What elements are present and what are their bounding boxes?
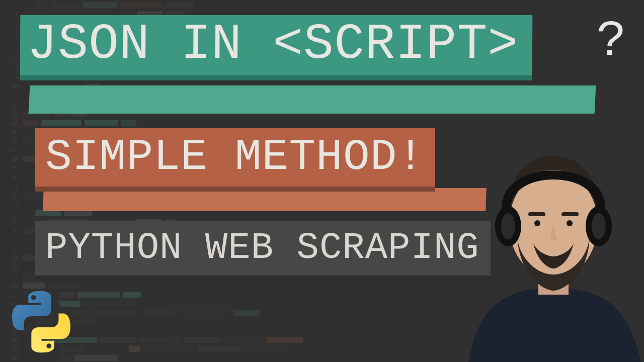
heading-json-in-script: JSON IN <SCRIPT> bbox=[20, 15, 533, 80]
svg-point-9 bbox=[592, 213, 606, 239]
heading-python-web-scraping: PYTHON WEB SCRAPING bbox=[35, 221, 491, 280]
heading-green-shadow bbox=[29, 85, 596, 114]
svg-rect-3 bbox=[561, 212, 579, 216]
svg-point-4 bbox=[534, 220, 540, 226]
svg-point-8 bbox=[501, 213, 515, 239]
heading-simple-method: SIMPLE METHOD! bbox=[35, 128, 435, 192]
heading-question-mark: ? bbox=[596, 16, 626, 67]
svg-point-5 bbox=[567, 220, 573, 226]
python-logo-icon bbox=[6, 287, 76, 357]
svg-rect-2 bbox=[528, 212, 545, 216]
